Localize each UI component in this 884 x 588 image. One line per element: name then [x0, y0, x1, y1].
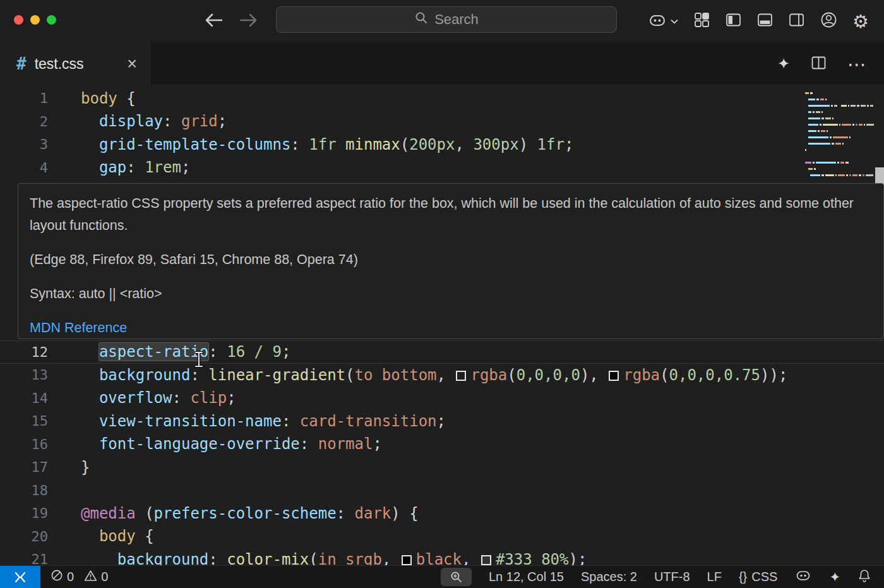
minimap-line — [805, 128, 875, 135]
code-token: ; — [282, 343, 290, 361]
tab-test-css[interactable]: # test.css × — [0, 42, 150, 85]
back-button[interactable] — [203, 11, 224, 32]
minimap[interactable] — [805, 90, 875, 179]
editor[interactable]: 1body {2 display: grid;3 grid-template-c… — [0, 85, 884, 565]
code-token: ; — [218, 112, 227, 130]
minimap-line — [805, 122, 875, 128]
code-line-16[interactable]: 16 font-language-override: normal; — [0, 433, 884, 456]
color-swatch[interactable] — [481, 555, 491, 565]
code-token: ; — [373, 435, 381, 453]
line-number: 18 — [0, 483, 48, 498]
indentation-button[interactable]: Spaces: 2 — [581, 570, 637, 584]
code-token — [337, 136, 345, 153]
code-token: { — [117, 90, 136, 107]
mdn-reference-link[interactable]: MDN Reference — [30, 320, 127, 335]
search-placeholder: Search — [434, 11, 479, 28]
code-token: background — [117, 551, 209, 566]
minimap-line — [805, 90, 875, 97]
code-line-20[interactable]: 20 body { — [0, 525, 884, 548]
eol-button[interactable]: LF — [707, 570, 722, 584]
customize-layout-icon[interactable] — [693, 11, 710, 31]
line-number: 4 — [0, 160, 48, 176]
remote-indicator-button[interactable] — [0, 566, 40, 588]
code-token: , — [382, 551, 400, 566]
sparkle-status-icon[interactable]: ✦ — [829, 570, 840, 585]
code-line-17[interactable]: 17} — [0, 455, 884, 479]
error-icon — [51, 569, 63, 585]
close-tab-icon[interactable]: × — [127, 56, 137, 73]
zoom-icon — [450, 570, 463, 584]
code-token — [81, 527, 99, 545]
code-line-3[interactable]: 3 grid-template-columns: 1fr minmax(200p… — [0, 133, 884, 156]
account-icon[interactable] — [820, 11, 838, 32]
line-number: 12 — [0, 344, 48, 360]
code-token: : — [337, 505, 355, 522]
code-line-18[interactable]: 18 — [0, 479, 884, 502]
code-line-21[interactable]: 21 background: color-mix(in srgb, black,… — [0, 548, 884, 565]
copilot-status-icon[interactable] — [794, 568, 812, 586]
code-token: @media — [81, 505, 136, 522]
color-swatch[interactable] — [609, 371, 619, 381]
code-token: body — [99, 527, 136, 545]
code-token: , — [437, 366, 455, 384]
close-window-button[interactable] — [14, 15, 23, 25]
code-token: )); — [760, 366, 787, 384]
code-token: in srgb — [318, 551, 382, 566]
code-token: black — [416, 551, 462, 566]
command-center-search[interactable]: Search — [276, 6, 617, 33]
code-token: 1rem — [145, 159, 181, 176]
toggle-secondary-sidebar-icon[interactable] — [788, 11, 805, 31]
zoom-indicator-button[interactable] — [441, 568, 472, 586]
copilot-icon — [647, 11, 667, 32]
line-number: 15 — [0, 413, 48, 429]
code-token: body — [81, 90, 117, 107]
code-token: : — [282, 412, 300, 430]
settings-gear-icon[interactable]: ⚙ — [852, 11, 869, 32]
hover-tooltip: The aspect-ratio CSS property sets a pre… — [18, 183, 884, 339]
window-controls — [14, 15, 56, 25]
cursor-position-button[interactable]: Ln 12, Col 15 — [489, 570, 564, 584]
toggle-sidebar-icon[interactable] — [725, 11, 742, 31]
code-token: ( — [660, 366, 669, 384]
code-line-12[interactable]: 12 aspect-ratio: 16 / 9; — [0, 340, 884, 364]
sparkle-icon[interactable]: ✦ — [777, 55, 790, 73]
maximize-window-button[interactable] — [47, 15, 56, 25]
code-token: minmax — [345, 136, 400, 153]
code-line-2[interactable]: 2 display: grid; — [0, 110, 884, 133]
code-line-14[interactable]: 14 overflow: clip; — [0, 387, 884, 410]
toggle-panel-icon[interactable] — [756, 11, 774, 31]
minimap-line — [805, 147, 875, 153]
code-token: : — [290, 136, 309, 153]
code-line-15[interactable]: 15 view-transition-name: card-transition… — [0, 409, 884, 433]
code-token: ( — [136, 505, 154, 522]
code-token — [81, 366, 99, 384]
color-swatch[interactable] — [456, 371, 466, 381]
minimap-line — [805, 160, 875, 166]
code-token: ( — [400, 136, 409, 153]
more-actions-icon[interactable]: ⋯ — [847, 59, 866, 69]
code-token: font-language-override — [99, 435, 300, 453]
notifications-bell-icon[interactable] — [857, 568, 871, 586]
minimap-line — [805, 166, 875, 172]
code-token: color-mix — [227, 551, 309, 566]
code-line-1[interactable]: 1body { — [0, 87, 884, 110]
chevron-down-icon — [670, 16, 679, 27]
language-mode-button[interactable]: {} CSS — [739, 570, 777, 584]
code-token: 200px — [409, 136, 455, 153]
code-token: ( — [507, 366, 516, 384]
forward-button[interactable] — [239, 11, 259, 32]
problems-button[interactable]: 0 0 — [51, 569, 114, 585]
code-token — [81, 136, 99, 153]
color-swatch[interactable] — [402, 555, 412, 565]
code-token: 16 / 9 — [227, 343, 282, 361]
minimize-window-button[interactable] — [30, 15, 40, 25]
code-token: gap — [99, 159, 126, 176]
code-line-13[interactable]: 13 background: linear-gradient(to bottom… — [0, 363, 884, 387]
encoding-button[interactable]: UTF-8 — [654, 570, 690, 584]
split-editor-icon[interactable] — [810, 54, 827, 74]
code-token: : — [208, 551, 227, 566]
code-line-4[interactable]: 4 gap: 1rem; — [0, 156, 884, 179]
code-line-19[interactable]: 19@media (prefers-color-scheme: dark) { — [0, 501, 884, 525]
titlebar: Search ⚙ — [0, 0, 884, 42]
copilot-menu-button[interactable] — [647, 11, 679, 32]
